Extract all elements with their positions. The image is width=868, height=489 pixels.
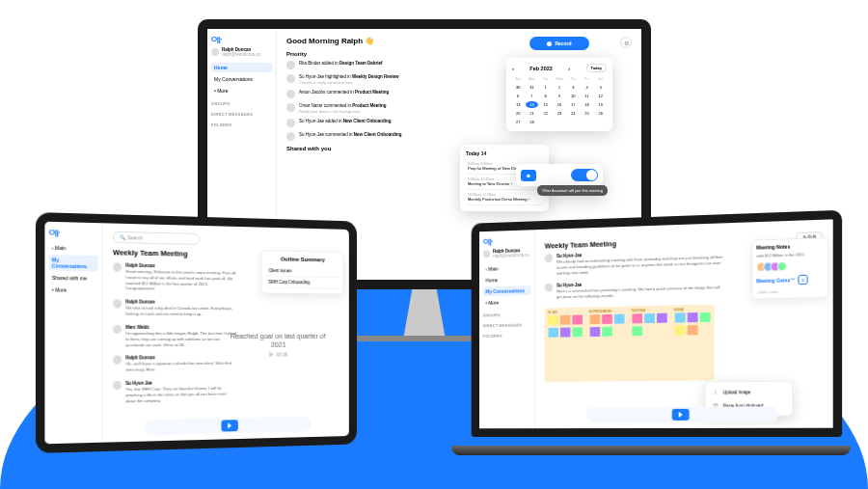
nav-conversations[interactable]: My Conversations — [49, 255, 98, 271]
meeting-toggle-card: ■ — [516, 164, 603, 186]
nav-head-folders: FOLDERS — [483, 333, 531, 339]
camera-icon: ■ — [521, 170, 536, 181]
search-input[interactable]: 🔍 Search — [113, 231, 200, 245]
transcript-line[interactable]: Su Hyun-JaeHere's a screenshot from yest… — [545, 280, 724, 304]
record-icon — [547, 41, 552, 46]
transcript-line[interactable]: Su Hyun-JaeYes, the SMH Corp. They are b… — [113, 380, 237, 408]
add-note-input[interactable]: + Add a note — [756, 288, 824, 295]
section-shared: Shared with you — [286, 146, 632, 151]
calendar-day[interactable]: 3 — [567, 84, 579, 91]
user-profile[interactable]: Ralph Duncan ralph@workforce.co — [483, 248, 531, 258]
brand-logo: O||∙ — [211, 35, 272, 43]
nav-back[interactable]: ‹ Main — [49, 243, 98, 254]
avatar — [286, 132, 295, 141]
sticky-note — [644, 313, 655, 323]
highlight-callout: Reached goal on last quarter of 2021 00:… — [228, 332, 328, 359]
avatar — [211, 48, 219, 56]
nav-head-groups: GROUPS — [483, 312, 531, 318]
calendar-day[interactable]: 25 — [581, 110, 592, 117]
nav-conversations[interactable]: My Conversations — [483, 285, 531, 296]
meeting-gems[interactable]: Meeting Gems™ ≡ — [756, 274, 824, 285]
nav-conversations[interactable]: My Conversations — [211, 74, 272, 84]
calendar-day[interactable]: 28 — [526, 119, 537, 125]
outline-item[interactable]: Client issues — [266, 265, 338, 278]
calendar-day[interactable]: 7 — [526, 93, 537, 99]
calendar-day[interactable]: 24 — [567, 110, 579, 117]
record-button[interactable]: Record — [529, 37, 589, 50]
nav-more[interactable]: • More — [49, 285, 98, 295]
calendar-day[interactable]: 2 — [554, 84, 565, 91]
calendar-day[interactable]: 21 — [526, 110, 537, 117]
speaker-name: Ralph Duncan — [125, 356, 155, 361]
section-priority: Priority — [286, 51, 632, 57]
menu-upload-image[interactable]: ⤴ Upload Image — [709, 385, 789, 399]
avatar — [286, 74, 295, 83]
user-profile[interactable]: Ralph Duncan ralph@workforce.co — [211, 47, 272, 57]
transcript-line[interactable]: Su Hyun-JaeWe already had an onboarding … — [545, 249, 724, 280]
audio-player — [144, 417, 312, 436]
calendar-day[interactable]: 15 — [540, 101, 552, 108]
calendar-day[interactable]: 9 — [554, 93, 565, 99]
settings-button[interactable]: ⚙ — [620, 37, 632, 48]
outline-item[interactable]: SMH Corp Onboarding — [266, 277, 338, 289]
feed-item[interactable]: Su Hyun-Jae commented in New Client Onbo… — [286, 132, 632, 141]
nav-shared[interactable]: Shared with me — [49, 273, 98, 284]
meeting-notes-panel: Meeting Notes sold $12 Million in the 20… — [751, 237, 828, 300]
play-button[interactable] — [672, 409, 690, 421]
calendar-day[interactable]: 13 — [512, 101, 524, 108]
calendar-month: Feb 2022 — [529, 66, 553, 71]
record-label: Record — [555, 41, 571, 46]
nav-more[interactable]: • More — [211, 86, 272, 95]
transcript-line[interactable]: Ralph DuncanWe also closed a big deal in… — [113, 300, 237, 320]
calendar-day[interactable]: 4 — [581, 84, 592, 91]
calendar-day[interactable]: 26 — [595, 110, 607, 117]
calendar-day[interactable]: 30 — [512, 84, 524, 91]
calendar-day[interactable]: 16 — [554, 101, 565, 108]
calendar-day[interactable]: 6 — [512, 93, 524, 99]
participant-avatars — [756, 260, 824, 272]
avatar — [286, 61, 295, 69]
avatar — [483, 250, 490, 258]
highlight-timestamp: 00:35 — [277, 352, 288, 358]
calendar-day[interactable]: 31 — [526, 84, 537, 91]
calendar-day[interactable]: 11 — [581, 93, 592, 99]
calendar-day[interactable]: 17 — [567, 101, 579, 108]
calendar-day[interactable]: 19 — [595, 101, 607, 108]
nav-home[interactable]: Home — [483, 274, 531, 285]
calendar-day[interactable]: 8 — [540, 93, 552, 99]
calendar-day[interactable]: 1 — [540, 84, 552, 91]
calendar-day[interactable]: 5 — [595, 84, 607, 91]
calendar-day[interactable]: 27 — [512, 119, 524, 125]
assistant-toggle[interactable] — [571, 169, 598, 181]
calendar-day[interactable]: 14 — [526, 101, 537, 108]
kanban-col-label: TO DO — [548, 311, 583, 315]
calendar-day[interactable]: 12 — [595, 93, 607, 99]
transcript-line[interactable]: Ralph DuncanOb, we'll have a separate ca… — [113, 355, 237, 376]
nav-more[interactable]: • More — [483, 297, 531, 308]
calendar-day[interactable]: 22 — [540, 110, 552, 117]
transcript-line[interactable]: Marc WebbI'm approaching this a little l… — [113, 325, 237, 351]
sticky-note — [688, 312, 698, 322]
kanban-column: TO DO — [545, 308, 586, 383]
calendar-grid[interactable]: SunMonTueWedThuFriSat3031123456789101112… — [512, 76, 607, 125]
nav-home[interactable]: Home — [211, 63, 272, 72]
transcript-line[interactable]: Ralph DuncanGood morning. Welcome to thi… — [113, 262, 237, 295]
sticky-note — [590, 327, 601, 337]
calendar-day[interactable]: 18 — [581, 101, 592, 108]
play-chip[interactable]: 00:35 — [269, 352, 287, 358]
calendar-day[interactable]: 20 — [512, 110, 524, 117]
agenda-item[interactable]: 10:30am–11:00amMonthly Production Demo M… — [466, 190, 543, 205]
feed-text: Omar Nazar commented in Product Meeting — [299, 103, 387, 109]
chevron-right-icon[interactable]: › — [568, 66, 570, 71]
play-button[interactable] — [221, 420, 237, 431]
calendar-dow: Thu — [567, 76, 579, 82]
outline-heading: Outline Summary — [266, 256, 338, 262]
calendar-dow: Tue — [540, 76, 552, 82]
chevron-left-icon[interactable]: ‹ — [512, 66, 514, 71]
nav-back[interactable]: ‹ Main — [483, 263, 531, 274]
calendar-day[interactable]: 23 — [554, 110, 565, 117]
calendar-day[interactable]: 10 — [567, 93, 579, 99]
today-button[interactable]: Today — [586, 64, 607, 72]
gems-icon: ≡ — [799, 275, 808, 285]
speaker-name: Ralph Duncan — [125, 300, 155, 305]
